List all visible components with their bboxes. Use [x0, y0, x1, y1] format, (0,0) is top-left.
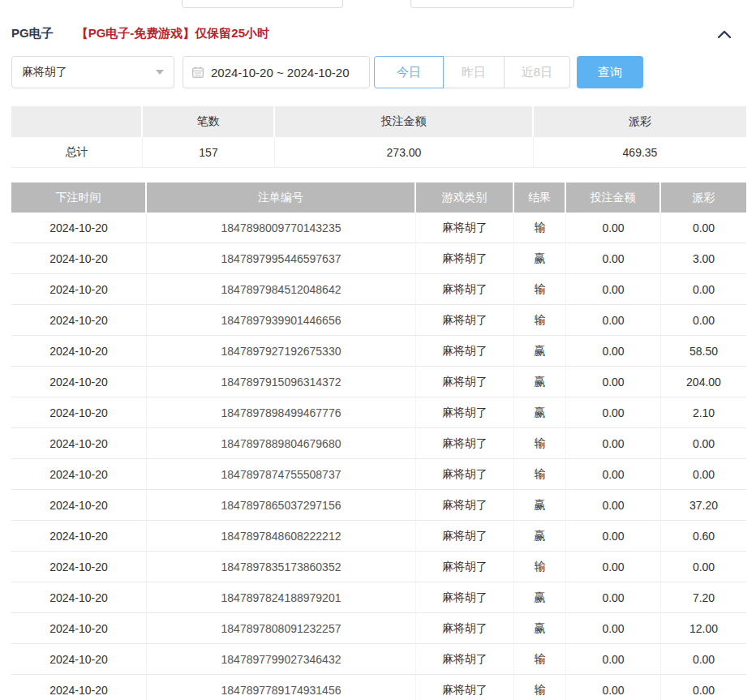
cell-payout: 12.00: [661, 613, 746, 644]
table-row: 2024-10-20 1847897939901446656 麻将胡了 输 0.…: [11, 305, 746, 336]
cell-bet-time: 2024-10-20: [11, 243, 147, 274]
cell-bet-time: 2024-10-20: [11, 675, 147, 700]
cell-bet-id: 1847897927192675330: [147, 336, 416, 367]
table-row: 2024-10-20 1847897808091232257 麻将胡了 赢 0.…: [11, 613, 746, 644]
cell-game-type: 麻将胡了: [416, 274, 514, 305]
cell-result: 输: [514, 459, 566, 490]
cell-result: 输: [514, 213, 566, 243]
summary-total-bet-amount: 273.00: [275, 137, 534, 168]
table-row: 2024-10-20 1847897898499467776 麻将胡了 赢 0.…: [11, 397, 746, 428]
cell-game-type: 麻将胡了: [416, 490, 514, 521]
cell-bet-amount: 0.00: [566, 582, 661, 613]
cell-bet-amount: 0.00: [566, 521, 661, 552]
partial-input-right[interactable]: [410, 0, 574, 8]
cell-bet-id: 1847897799027346432: [147, 644, 416, 675]
last-8-days-button[interactable]: 近8日: [504, 56, 570, 88]
cell-bet-id: 1847897835173860352: [147, 552, 416, 582]
table-row: 2024-10-20 1847897848608222212 麻将胡了 赢 0.…: [11, 521, 746, 552]
summary-total-label: 总计: [11, 137, 143, 168]
cell-bet-id: 1847897915096314372: [147, 367, 416, 397]
cell-bet-time: 2024-10-20: [11, 213, 147, 243]
yesterday-button[interactable]: 昨日: [443, 56, 505, 88]
cell-bet-id: 1847897808091232257: [147, 613, 416, 644]
cell-payout: 0.00: [661, 428, 746, 459]
chevron-up-icon: [717, 29, 732, 39]
cell-game-type: 麻将胡了: [416, 613, 514, 644]
records-section: 下注时间 注单编号 游戏类别 结果 投注金额 派彩 2024-10-20 184…: [11, 183, 746, 700]
cell-bet-time: 2024-10-20: [11, 490, 147, 521]
summary-section: 笔数 投注金额 派彩 总计 157 273.00 469.35: [11, 106, 746, 168]
cell-result: 赢: [514, 336, 566, 367]
today-button[interactable]: 今日: [374, 56, 444, 88]
top-strip: [0, 0, 756, 9]
cell-payout: 0.00: [661, 552, 746, 582]
col-header-game-type: 游戏类别: [416, 183, 514, 213]
table-row: 2024-10-20 1847897995446597637 麻将胡了 赢 0.…: [11, 243, 746, 274]
date-range-value: 2024-10-20 ~ 2024-10-20: [211, 66, 350, 79]
cell-game-type: 麻将胡了: [416, 336, 514, 367]
summary-total-payout: 469.35: [534, 137, 746, 168]
cell-bet-id: 1847897889804679680: [147, 428, 416, 459]
cell-bet-time: 2024-10-20: [11, 305, 147, 336]
cell-result: 赢: [514, 397, 566, 428]
caret-down-icon: [156, 70, 164, 75]
cell-bet-amount: 0.00: [566, 552, 661, 582]
cell-bet-time: 2024-10-20: [11, 613, 147, 644]
cell-bet-time: 2024-10-20: [11, 336, 147, 367]
cell-bet-id: 1847897865037297156: [147, 490, 416, 521]
filter-bar: 麻将胡了 2024-10-20 ~ 2024-10-20 今日 昨日 近8日 查…: [11, 56, 746, 88]
cell-payout: 3.00: [661, 243, 746, 274]
cell-game-type: 麻将胡了: [416, 428, 514, 459]
table-row: 2024-10-20 1847897915096314372 麻将胡了 赢 0.…: [11, 367, 746, 397]
records-table: 下注时间 注单编号 游戏类别 结果 投注金额 派彩 2024-10-20 184…: [11, 183, 746, 700]
table-row: 2024-10-20 1847897824188979201 麻将胡了 赢 0.…: [11, 582, 746, 613]
cell-result: 输: [514, 552, 566, 582]
cell-bet-id: 1847898009770143235: [147, 213, 416, 243]
cell-result: 赢: [514, 243, 566, 274]
summary-total-count: 157: [143, 137, 275, 168]
cell-payout: 0.00: [661, 459, 746, 490]
collapse-section-button[interactable]: [715, 27, 733, 41]
summary-table: 笔数 投注金额 派彩 总计 157 273.00 469.35: [11, 106, 746, 168]
cell-payout: 0.00: [661, 213, 746, 243]
table-row: 2024-10-20 1847898009770143235 麻将胡了 输 0.…: [11, 213, 746, 243]
cell-result: 输: [514, 675, 566, 700]
table-row: 2024-10-20 1847897984512048642 麻将胡了 输 0.…: [11, 274, 746, 305]
cell-payout: 7.20: [661, 582, 746, 613]
cell-game-type: 麻将胡了: [416, 397, 514, 428]
notice-text: 【PG电子-免费游戏】仅保留25小时: [76, 26, 269, 41]
col-header-result: 结果: [514, 183, 566, 213]
cell-payout: 0.00: [661, 644, 746, 675]
cell-game-type: 麻将胡了: [416, 552, 514, 582]
section-header: PG电子 【PG电子-免费游戏】仅保留25小时: [0, 9, 756, 45]
summary-header-row: 笔数 投注金额 派彩: [11, 106, 746, 137]
cell-bet-amount: 0.00: [566, 274, 661, 305]
cell-payout: 2.10: [661, 397, 746, 428]
cell-game-type: 麻将胡了: [416, 644, 514, 675]
cell-bet-id: 1847897824188979201: [147, 582, 416, 613]
cell-game-type: 麻将胡了: [416, 213, 514, 243]
cell-result: 赢: [514, 613, 566, 644]
cell-result: 赢: [514, 367, 566, 397]
cell-bet-amount: 0.00: [566, 243, 661, 274]
table-row: 2024-10-20 1847897835173860352 麻将胡了 输 0.…: [11, 552, 746, 582]
col-header-bet-id: 注单编号: [147, 183, 416, 213]
cell-bet-id: 1847897898499467776: [147, 397, 416, 428]
query-button[interactable]: 查询: [577, 56, 643, 88]
cell-payout: 58.50: [661, 336, 746, 367]
summary-col-payout: 派彩: [534, 106, 746, 137]
table-row: 2024-10-20 1847897789174931456 麻将胡了 输 0.…: [11, 675, 746, 700]
cell-result: 输: [514, 274, 566, 305]
cell-result: 输: [514, 644, 566, 675]
cell-bet-time: 2024-10-20: [11, 459, 147, 490]
cell-game-type: 麻将胡了: [416, 459, 514, 490]
cell-payout: 204.00: [661, 367, 746, 397]
date-range-input[interactable]: 2024-10-20 ~ 2024-10-20: [183, 56, 370, 88]
partial-input-left[interactable]: [182, 0, 343, 8]
page-title: PG电子: [11, 26, 54, 41]
cell-bet-amount: 0.00: [566, 459, 661, 490]
cell-bet-amount: 0.00: [566, 490, 661, 521]
cell-bet-time: 2024-10-20: [11, 521, 147, 552]
cell-bet-amount: 0.00: [566, 336, 661, 367]
game-select[interactable]: 麻将胡了: [11, 56, 174, 88]
